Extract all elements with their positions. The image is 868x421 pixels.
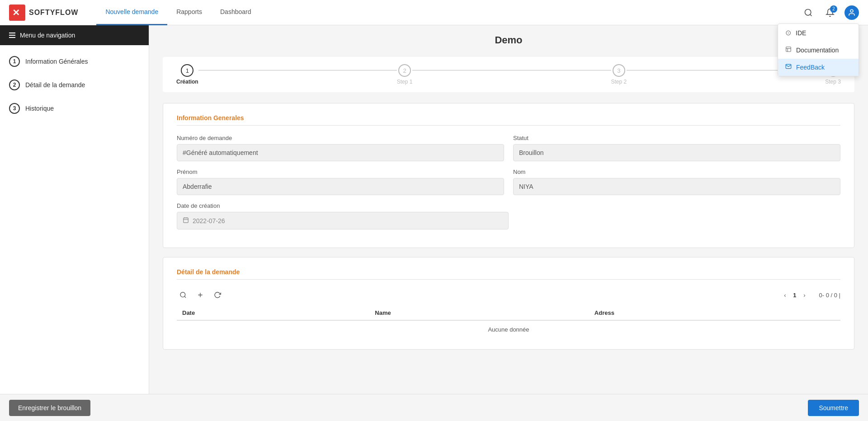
step-connector-1: [198, 70, 397, 70]
svg-rect-5: [786, 47, 791, 52]
nom-input[interactable]: NIYA: [513, 178, 840, 195]
form-group-date: Date de création 2022-07-26: [177, 202, 509, 229]
feedback-icon: [785, 63, 792, 71]
prenom-label: Prénom: [177, 168, 504, 175]
form-group-nom: Nom NIYA: [513, 168, 840, 195]
step-circle-1: 1: [9, 56, 20, 67]
logo-icon: ✕: [9, 5, 25, 21]
col-date: Date: [177, 306, 369, 320]
save-draft-button[interactable]: Enregistrer le brouillon: [9, 400, 90, 416]
prev-page-button[interactable]: ‹: [779, 290, 790, 300]
step-label-creation: Création: [176, 79, 198, 85]
section-title-info: Information Generales: [177, 114, 840, 126]
dropdown-feedback[interactable]: FeedBack: [778, 59, 859, 76]
step-circle-step1: 2: [398, 64, 411, 77]
detail-table: Date Name Adress Aucune donnée: [177, 306, 840, 338]
svg-line-13: [184, 296, 186, 298]
svg-rect-8: [184, 218, 189, 223]
next-page-button[interactable]: ›: [799, 290, 810, 300]
refresh-icon[interactable]: [211, 289, 224, 301]
form-row-date: Date de création 2022-07-26: [177, 202, 840, 229]
table-toolbar: ‹ 1 › 0- 0 / 0 |: [177, 289, 840, 301]
main-content: Demo 1 Création 2 Step 1 3 Step: [149, 25, 868, 394]
information-generales-card: Information Generales Numéro de demande …: [163, 103, 854, 248]
numero-label: Numéro de demande: [177, 135, 504, 141]
svg-line-3: [810, 14, 812, 16]
section-title-detail: Détail de la demande: [177, 268, 840, 280]
notification-icon[interactable]: 2: [823, 5, 837, 20]
step-3: 3 Step 2: [611, 64, 627, 85]
doc-icon: [785, 46, 792, 54]
sidebar-item-detail-demande[interactable]: 2 Détail de la demande: [0, 73, 149, 97]
svg-text:✕: ✕: [12, 8, 20, 18]
sidebar-item-label-1: Information Générales: [25, 58, 88, 65]
hamburger-icon: [9, 33, 15, 38]
detail-demande-card: Détail de la demande: [163, 257, 854, 350]
calendar-icon: [183, 217, 189, 225]
main-layout: Menu de navigation 1 Information Général…: [0, 25, 868, 394]
footer: Enregistrer le brouillon Soumettre: [0, 394, 868, 421]
form-row-numero-statut: Numéro de demande #Généré automatiquemen…: [177, 135, 840, 161]
add-row-icon[interactable]: [194, 289, 207, 301]
sidebar-item-label-2: Détail de la demande: [25, 81, 85, 89]
form-group-statut: Statut Brouillon: [513, 135, 840, 161]
pagination: ‹ 1 ›: [779, 290, 810, 300]
form-group-numero: Numéro de demande #Généré automatiquemen…: [177, 135, 504, 161]
svg-point-2: [805, 9, 811, 15]
tab-nouvelle-demande[interactable]: Nouvelle demande: [96, 0, 167, 25]
sidebar-nav: 1 Information Générales 2 Détail de la d…: [0, 45, 149, 125]
svg-point-12: [180, 292, 185, 297]
search-icon[interactable]: [801, 5, 816, 20]
col-name: Name: [369, 306, 589, 320]
steps-bar: 1 Création 2 Step 1 3 Step 2: [163, 57, 854, 92]
notification-badge: 2: [830, 5, 837, 13]
date-input[interactable]: 2022-07-26: [177, 212, 509, 229]
step-circle-step2: 3: [613, 64, 625, 77]
form-group-prenom: Prénom Abderrafie: [177, 168, 504, 195]
sidebar-header: Menu de navigation: [0, 25, 149, 45]
nav-tabs: Nouvelle demande Rapports Dashboard: [96, 0, 260, 25]
step-label-step1: Step 1: [397, 79, 413, 85]
user-avatar[interactable]: [844, 5, 859, 20]
sidebar-item-information-generales[interactable]: 1 Information Générales: [0, 50, 149, 73]
step-circle-2: 2: [9, 80, 20, 90]
dropdown-documentation[interactable]: Documentation: [778, 42, 859, 59]
logo-area: ✕ SOFTYFLOW: [9, 5, 78, 21]
search-table-icon[interactable]: [177, 289, 189, 301]
form-row-prenom-nom: Prénom Abderrafie Nom NIYA: [177, 168, 840, 195]
step-label-step2: Step 2: [611, 79, 627, 85]
header-right: 2: [801, 5, 859, 20]
page-info: 0- 0 / 0 |: [819, 292, 840, 299]
svg-point-4: [850, 9, 853, 12]
page-number: 1: [793, 292, 796, 299]
numero-input[interactable]: #Généré automatiquement: [177, 144, 504, 161]
step-circle-3: 3: [9, 103, 20, 114]
step-circle-creation: 1: [181, 64, 193, 77]
statut-input[interactable]: Brouillon: [513, 144, 840, 161]
header: ✕ SOFTYFLOW Nouvelle demande Rapports Da…: [0, 0, 868, 25]
sidebar: Menu de navigation 1 Information Général…: [0, 25, 149, 394]
col-adress: Adress: [589, 306, 840, 320]
submit-button[interactable]: Soumettre: [808, 400, 859, 416]
no-data-cell: Aucune donnée: [177, 320, 840, 338]
step-label-step3: Step 3: [825, 79, 841, 85]
logo-text: SOFTYFLOW: [29, 9, 78, 17]
step-1: 1 Création: [176, 64, 198, 85]
sidebar-item-historique[interactable]: 3 Historique: [0, 97, 149, 120]
tab-rapports[interactable]: Rapports: [167, 0, 211, 25]
nom-label: Nom: [513, 168, 840, 175]
no-data-row: Aucune donnée: [177, 320, 840, 338]
statut-label: Statut: [513, 135, 840, 141]
ide-icon: ⊙: [785, 28, 791, 37]
sidebar-item-label-3: Historique: [25, 105, 54, 112]
page-title: Demo: [163, 34, 854, 46]
dropdown-ide[interactable]: ⊙ IDE: [778, 24, 859, 42]
date-label: Date de création: [177, 202, 509, 209]
tab-dashboard[interactable]: Dashboard: [211, 0, 260, 25]
step-connector-2: [412, 70, 611, 70]
step-2: 2 Step 1: [397, 64, 413, 85]
dropdown-menu: ⊙ IDE Documentation FeedBack: [778, 23, 859, 76]
prenom-input[interactable]: Abderrafie: [177, 178, 504, 195]
